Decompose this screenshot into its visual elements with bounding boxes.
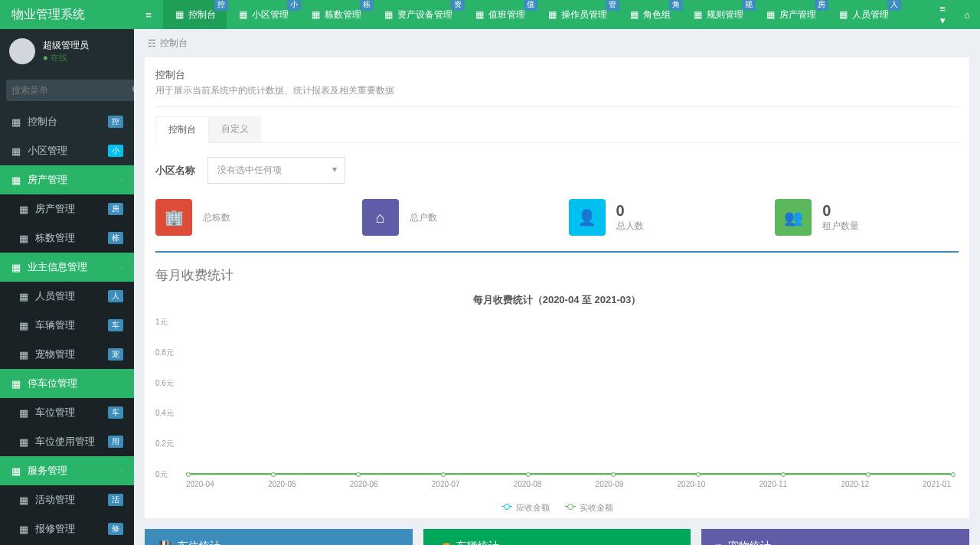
y-tick: 0.4元 xyxy=(155,408,174,419)
topnav-item[interactable]: ▦房产管理房 xyxy=(754,0,827,29)
card-icon: 💾 xyxy=(158,540,172,545)
topnav-item[interactable]: ▦规则管理规 xyxy=(681,0,754,29)
stat-label: 总户数 xyxy=(410,211,437,224)
topnav-item[interactable]: ▦人员管理人 xyxy=(827,0,900,29)
y-tick: 0.6元 xyxy=(155,378,174,389)
tab[interactable]: 控制台 xyxy=(155,116,209,143)
search-input[interactable] xyxy=(6,80,132,101)
x-tick: 2020-12 xyxy=(841,480,869,488)
user-name: 超级管理员 xyxy=(43,39,89,52)
chart-title: 每月收费统计（2020-04 至 2021-03） xyxy=(155,293,959,307)
home-icon[interactable]: ⌂ xyxy=(962,9,972,21)
y-tick: 1元 xyxy=(155,317,168,328)
stat-value: 0 xyxy=(616,202,644,220)
topnav-item[interactable]: ▦操作员管理管 xyxy=(536,0,618,29)
chart-point xyxy=(611,472,616,477)
x-tick: 2020-10 xyxy=(678,480,706,488)
filter-label: 小区名称 xyxy=(155,164,195,178)
stat-label: 总栋数 xyxy=(203,211,230,224)
chart-point xyxy=(526,472,531,477)
community-select[interactable]: 没有选中任何项 xyxy=(207,157,345,184)
topnav-item[interactable]: ▦值班管理值 xyxy=(463,0,536,29)
legend-item: 实收金额 xyxy=(565,502,613,514)
stat-label: 租户数量 xyxy=(822,220,859,233)
menu-icon[interactable]: ≡ ▾ xyxy=(937,3,948,26)
stat-icon: 👤 xyxy=(569,199,606,236)
sidebar-item[interactable]: ▦车位使用管理用 xyxy=(0,427,134,456)
sidebar-item[interactable]: ▦业主信息管理‹ xyxy=(0,253,134,282)
stat-icon: 👥 xyxy=(775,199,812,236)
bottom-card[interactable]: ♥宠物统计 xyxy=(701,529,969,545)
bottom-card[interactable]: 🚚车辆统计 xyxy=(423,529,691,545)
app-logo: 物业管理系统 xyxy=(0,0,134,29)
user-panel: 超级管理员 在线 xyxy=(0,29,134,73)
tabs: 控制台自定义 xyxy=(155,116,959,143)
sidebar-item[interactable]: ▦小区管理小 xyxy=(0,136,134,165)
topnav-item[interactable]: ▦栋数管理栋 xyxy=(299,0,372,29)
stat-icon: ⌂ xyxy=(362,199,399,236)
panel-desc: 用于展示当前系统中的统计数据、统计报表及相关重要数据 xyxy=(155,84,959,97)
x-tick: 2020-07 xyxy=(432,480,460,488)
chart-point xyxy=(356,472,361,477)
topnav-item[interactable]: ▦小区管理小 xyxy=(227,0,299,29)
stat-card: 🏢总栋数 xyxy=(155,199,339,236)
card-icon: ♥ xyxy=(715,540,721,545)
breadcrumb: ☶ 控制台 xyxy=(134,29,980,57)
sidebar-search: 🔍 xyxy=(0,73,134,107)
topnav-item[interactable]: ▦角色组角 xyxy=(618,0,681,29)
main-panel: 控制台 用于展示当前系统中的统计数据、统计报表及相关重要数据 控制台自定义 小区… xyxy=(145,57,969,518)
user-status: 在线 xyxy=(43,52,89,64)
panel-title: 控制台 xyxy=(155,68,959,82)
sidebar-item[interactable]: ▦房产管理房 xyxy=(0,194,134,224)
stat-card: ⌂总户数 xyxy=(362,199,546,236)
topnav-item[interactable]: ▦控制台控 xyxy=(163,0,227,29)
sidebar-menu: ▦控制台控▦小区管理小▦房产管理‹▦房产管理房▦栋数管理栋▦业主信息管理‹▦人员… xyxy=(0,107,134,545)
avatar xyxy=(9,38,35,64)
search-button[interactable]: 🔍 xyxy=(132,80,134,101)
top-header: 物业管理系统 ≡ ▦控制台控▦小区管理小▦栋数管理栋▦资产设备管理资▦值班管理值… xyxy=(0,0,980,29)
y-tick: 0元 xyxy=(155,469,168,480)
x-tick: 2020-06 xyxy=(350,480,378,488)
chart-legend: 应收金额实收金额 xyxy=(155,502,959,514)
stat-card: 👤0总人数 xyxy=(569,199,753,236)
sidebar-item[interactable]: ▦栋数管理栋 xyxy=(0,224,134,253)
chart-point xyxy=(271,472,276,477)
sidebar-item[interactable]: ▦停车位管理‹ xyxy=(0,369,134,398)
y-tick: 0.2元 xyxy=(155,439,174,449)
x-tick: 2020-08 xyxy=(514,480,542,488)
sidebar-item[interactable]: ▦服务管理‹ xyxy=(0,456,134,485)
stats-row: 🏢总栋数⌂总户数👤0总人数👥0租户数量 xyxy=(155,199,959,253)
stat-label: 总人数 xyxy=(616,220,644,233)
topnav-item[interactable]: ▦资产设备管理资 xyxy=(372,0,463,29)
chart-point xyxy=(951,472,956,477)
stat-card: 👥0租户数量 xyxy=(775,199,959,236)
bottom-cards: 💾车位统计🚚车辆统计♥宠物统计 xyxy=(145,529,969,545)
x-tick: 2020-11 xyxy=(759,480,787,488)
x-tick: 2020-09 xyxy=(596,480,624,488)
sidebar-item[interactable]: ▦报修管理修 xyxy=(0,514,134,543)
chart-x-axis: 2020-042020-052020-062020-072020-082020-… xyxy=(186,480,951,488)
sidebar-item[interactable]: ▦活动管理活 xyxy=(0,485,134,514)
main-content: ☶ 控制台 控制台 用于展示当前系统中的统计数据、统计报表及相关重要数据 控制台… xyxy=(134,29,980,545)
bottom-card[interactable]: 💾车位统计 xyxy=(145,529,413,545)
chart-plot-area: 1元0.8元0.6元0.4元0.2元0元 xyxy=(186,322,951,475)
sidebar-item[interactable]: ▦车辆管理车 xyxy=(0,311,134,340)
card-icon: 🚚 xyxy=(437,540,450,545)
sidebar-item[interactable]: ▦车位管理车 xyxy=(0,398,134,427)
x-tick: 2020-05 xyxy=(268,480,296,488)
menu-toggle[interactable]: ≡ xyxy=(134,0,163,29)
sidebar: 超级管理员 在线 🔍 ▦控制台控▦小区管理小▦房产管理‹▦房产管理房▦栋数管理栋… xyxy=(0,29,134,545)
chart-point xyxy=(441,472,446,477)
sidebar-item[interactable]: ▦宠物管理宠 xyxy=(0,340,134,369)
dashboard-icon: ☶ xyxy=(148,38,156,49)
chart-point xyxy=(696,472,701,477)
sidebar-item[interactable]: ▦控制台控 xyxy=(0,107,134,136)
stat-icon: 🏢 xyxy=(155,199,192,236)
y-tick: 0.8元 xyxy=(155,348,174,358)
chart-point xyxy=(781,472,786,477)
sidebar-item[interactable]: ▦人员管理人 xyxy=(0,282,134,311)
sidebar-item[interactable]: ▦房产管理‹ xyxy=(0,165,134,194)
tab[interactable]: 自定义 xyxy=(209,116,261,142)
x-tick: 2021-01 xyxy=(923,480,951,488)
filter-row: 小区名称 没有选中任何项 xyxy=(155,157,959,184)
